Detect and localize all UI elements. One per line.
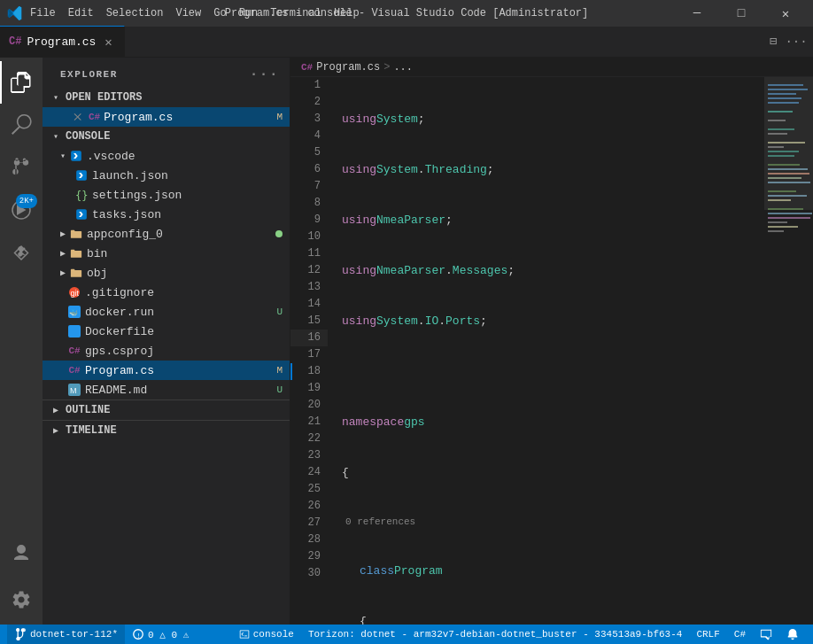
code-scroll[interactable]: 1 2 3 4 5 6 7 8 9 10 11 12 13 14 (290, 77, 764, 625)
status-torizon-info[interactable]: Torizon: dotnet - arm32v7-debian-dotnet_… (301, 625, 689, 644)
settings-json-label: settings.json (92, 189, 290, 202)
minimize-button[interactable]: ─ (677, 0, 717, 27)
open-editor-badge: M (276, 112, 283, 122)
line-num-1: 1 (290, 77, 328, 94)
breadcrumb-cs-icon: C# (301, 62, 313, 73)
svg-rect-35 (768, 213, 812, 214)
git-branch-label: dotnet-tor-112* (30, 629, 118, 640)
open-editor-program-cs[interactable]: C# Program.cs M (43, 107, 290, 127)
status-git-branch[interactable]: dotnet-tor-112* (7, 625, 125, 644)
line-num-9: 9 (290, 212, 328, 229)
line-num-28: 28 (290, 531, 328, 548)
status-line-ending[interactable]: CRLF (689, 625, 726, 644)
file-dockerfile[interactable]: Dockerfile (43, 322, 290, 341)
console-chevron: ▾ (50, 131, 62, 142)
folder-appconfig[interactable]: ▶ appconfig_0 (43, 224, 290, 244)
menu-selection[interactable]: Selection (106, 7, 164, 19)
readme-label: README.md (85, 384, 276, 397)
status-feedback[interactable] (753, 625, 779, 644)
open-editors-chevron: ▾ (50, 92, 62, 103)
launch-json-icon (74, 168, 89, 182)
section-outline[interactable]: ▶ OUTLINE (43, 400, 290, 420)
file-docker-run[interactable]: 🐳 docker.run U (43, 302, 290, 322)
line-num-26: 26 (290, 498, 328, 515)
close-button[interactable]: ✕ (765, 0, 806, 27)
status-left: dotnet-tor-112* ! 0 △ 0 ⚠ (7, 625, 196, 644)
folder-vscode[interactable]: ▾ .vscode (43, 146, 290, 166)
line-num-5: 5 (290, 144, 328, 161)
activity-extensions[interactable] (0, 231, 43, 274)
svg-text:{}: {} (75, 190, 88, 201)
timeline-label: TIMELINE (66, 424, 117, 437)
more-actions-button[interactable]: ··· (786, 32, 806, 51)
line-num-18: 18 (290, 363, 328, 380)
outline-chevron: ▶ (50, 405, 62, 415)
folder-icon2 (70, 247, 82, 260)
menu-view[interactable]: View (175, 7, 201, 19)
file-gitignore[interactable]: git .gitignore (43, 283, 290, 302)
csproj-label: gps.csproj (85, 345, 290, 358)
svg-text:!: ! (136, 632, 141, 640)
activity-run[interactable]: 2K+ (0, 189, 43, 231)
activity-settings[interactable] (0, 578, 43, 621)
tasks-json-label: tasks.json (92, 208, 290, 221)
activity-source-control[interactable] (0, 146, 43, 189)
line-num-3: 3 (290, 111, 328, 128)
bell-icon (786, 628, 799, 640)
obj-label: obj (87, 267, 290, 280)
tab-program-cs[interactable]: C# Program.cs ✕ (0, 26, 125, 57)
section-open-editors[interactable]: ▾ OPEN EDITORS (43, 88, 290, 107)
open-editors-label: OPEN EDITORS (66, 91, 142, 104)
status-terminal-name[interactable]: console (232, 625, 301, 644)
section-timeline[interactable]: ▶ TIMELINE (43, 420, 290, 440)
line-num-10: 10 (290, 229, 328, 245)
sidebar-more-button[interactable]: ··· (250, 66, 279, 82)
error-icon: ! (132, 628, 144, 640)
appconfig-chevron: ▶ (57, 229, 69, 239)
line-num-7: 7 (290, 178, 328, 195)
braces-icon: {} (75, 189, 88, 201)
activity-search[interactable] (0, 104, 43, 146)
code-line-3: using NmeaParser; (342, 212, 764, 229)
settings-icon (11, 589, 32, 610)
folder-bin[interactable]: ▶ bin (43, 244, 290, 263)
activity-explorer[interactable] (0, 61, 43, 104)
line-num-17: 17 (290, 346, 328, 363)
code-line-6 (342, 363, 764, 380)
file-readme[interactable]: M README.md U (43, 380, 290, 400)
appconfig-status-dot (275, 230, 283, 237)
line-num-25: 25 (290, 481, 328, 498)
close-icon (72, 111, 84, 123)
line-num-21: 21 (290, 414, 328, 431)
file-tasks-json[interactable]: tasks.json (43, 205, 290, 224)
split-editor-button[interactable]: ⊟ (763, 32, 783, 51)
breadcrumb: C# Program.cs > ... (290, 58, 813, 77)
line-num-11: 11 (290, 245, 328, 262)
status-notifications[interactable]: ! 0 △ 0 ⚠ (125, 625, 196, 644)
line-num-14: 14 (290, 296, 328, 313)
code-line-10: { (342, 613, 764, 625)
status-notification-bell[interactable] (779, 625, 806, 644)
section-console[interactable]: ▾ CONSOLE (43, 127, 290, 146)
menu-file[interactable]: File (30, 7, 56, 19)
breadcrumb-file: Program.cs (316, 61, 380, 74)
explorer-icon (11, 72, 32, 93)
menu-edit[interactable]: Edit (68, 7, 94, 19)
code-line-8b: 0 references (342, 515, 764, 529)
folder-obj[interactable]: ▶ obj (43, 263, 290, 283)
search-icon (11, 114, 32, 136)
line-num-6: 6 (290, 161, 328, 178)
gitignore-icon: git (67, 285, 81, 299)
bin-label: bin (87, 247, 290, 260)
file-launch-json[interactable]: launch.json (43, 166, 290, 185)
file-program-cs[interactable]: C# Program.cs M (43, 361, 290, 380)
code-line-7: namespace gps (342, 414, 764, 431)
maximize-button[interactable]: □ (721, 0, 762, 27)
obj-chevron: ▶ (57, 268, 69, 278)
status-language[interactable]: C# (727, 625, 753, 644)
activity-accounts[interactable] (0, 532, 43, 575)
tab-close-button[interactable]: ✕ (101, 35, 115, 49)
file-csproj[interactable]: C# gps.csproj (43, 341, 290, 361)
code-lines[interactable]: using System; using System.Threading; us… (335, 77, 764, 625)
file-settings-json[interactable]: {} settings.json (43, 185, 290, 205)
